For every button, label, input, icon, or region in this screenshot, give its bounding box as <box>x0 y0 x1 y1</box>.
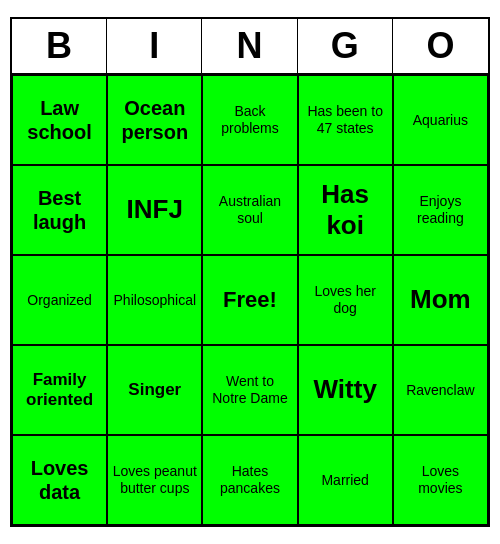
cell-20: Loves data <box>12 435 107 525</box>
cell-22: Hates pancakes <box>202 435 297 525</box>
bingo-grid: Law school Ocean person Back problems Ha… <box>12 75 488 525</box>
cell-21: Loves peanut butter cups <box>107 435 202 525</box>
cell-8: Has koi <box>298 165 393 255</box>
cell-24: Loves movies <box>393 435 488 525</box>
cell-15: Family oriented <box>12 345 107 435</box>
cell-4: Aquarius <box>393 75 488 165</box>
cell-9: Enjoys reading <box>393 165 488 255</box>
cell-3: Has been to 47 states <box>298 75 393 165</box>
cell-12-free: Free! <box>202 255 297 345</box>
header-b: B <box>12 19 107 73</box>
cell-10: Organized <box>12 255 107 345</box>
cell-7: Australian soul <box>202 165 297 255</box>
header-o: O <box>393 19 488 73</box>
cell-18: Witty <box>298 345 393 435</box>
cell-5: Best laugh <box>12 165 107 255</box>
header-n: N <box>202 19 297 73</box>
cell-17: Went to Notre Dame <box>202 345 297 435</box>
cell-16: Singer <box>107 345 202 435</box>
cell-2: Back problems <box>202 75 297 165</box>
header-g: G <box>298 19 393 73</box>
cell-0: Law school <box>12 75 107 165</box>
cell-11: Philosophical <box>107 255 202 345</box>
header-i: I <box>107 19 202 73</box>
bingo-card: B I N G O Law school Ocean person Back p… <box>10 17 490 527</box>
cell-6: INFJ <box>107 165 202 255</box>
cell-19: Ravenclaw <box>393 345 488 435</box>
cell-23: Married <box>298 435 393 525</box>
cell-13: Loves her dog <box>298 255 393 345</box>
cell-1: Ocean person <box>107 75 202 165</box>
bingo-header: B I N G O <box>12 19 488 75</box>
cell-14: Mom <box>393 255 488 345</box>
